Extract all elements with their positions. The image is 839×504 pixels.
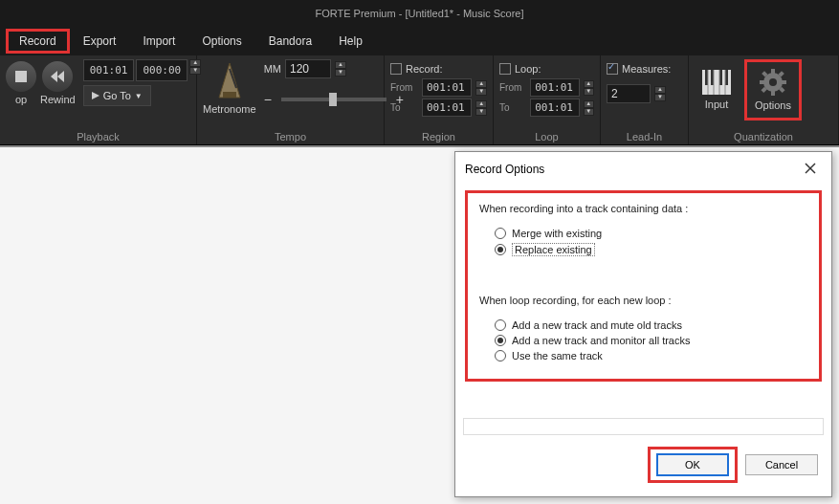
measures-checkbox[interactable]: [607, 63, 618, 75]
radio-replace-label: Replace existing: [512, 243, 595, 256]
loop-to-label: To: [499, 102, 526, 113]
metronome-icon: [215, 61, 244, 99]
radio-replace[interactable]: [495, 244, 506, 255]
radio-merge-label: Merge with existing: [512, 228, 602, 239]
menu-help[interactable]: Help: [325, 29, 376, 54]
svg-rect-0: [15, 71, 27, 82]
loop-from-spin[interactable]: ▲▼: [584, 80, 594, 96]
metronome-label: Metronome: [203, 103, 256, 115]
group-loop: Loop: From 001:01 ▲▼ To 001:01 ▲▼ Loop: [494, 55, 601, 144]
svg-rect-20: [760, 80, 765, 84]
menu-bandora[interactable]: Bandora: [255, 29, 325, 54]
region-to-label: To: [390, 102, 418, 113]
region-from-input[interactable]: 001:01: [422, 78, 472, 97]
loop-to-spin[interactable]: ▲▼: [584, 100, 594, 116]
group-tempo: Metronome MM ▲▼ − + Tempo: [197, 55, 385, 144]
record-checkbox-label: Record:: [406, 63, 443, 75]
ok-highlight: OK: [648, 447, 738, 483]
tempo-minus[interactable]: −: [264, 92, 272, 107]
radio-add-mute[interactable]: [495, 319, 506, 331]
group2-label: When loop recording, for each new loop :: [479, 295, 807, 306]
tempo-spinner[interactable]: ▲▼: [335, 61, 346, 77]
time-display-1: 001:01: [83, 59, 135, 81]
region-from-label: From: [390, 82, 418, 93]
goto-label: Go To: [103, 90, 131, 101]
cancel-button[interactable]: Cancel: [745, 454, 818, 475]
stop-icon: [15, 71, 27, 82]
metronome-button[interactable]: [210, 59, 249, 101]
menu-import[interactable]: Import: [129, 29, 188, 54]
gear-icon: [760, 69, 786, 96]
menu-options[interactable]: Options: [188, 29, 254, 54]
group-leadin-label: Lead-In: [607, 129, 682, 142]
goto-button[interactable]: Go To ▼: [83, 85, 151, 106]
time-display-2: 000:00: [136, 59, 188, 81]
mm-label: MM: [264, 63, 281, 75]
loop-checkbox[interactable]: [499, 63, 511, 75]
loop-from-label: From: [499, 82, 526, 93]
menu-export[interactable]: Export: [70, 29, 130, 54]
radio-add-mute-label: Add a new track and mute old tracks: [512, 319, 682, 331]
region-from-spin[interactable]: ▲▼: [475, 80, 487, 96]
region-to-spin[interactable]: ▲▼: [475, 100, 487, 116]
menu-bar: Record Export Import Options Bandora Hel…: [0, 27, 839, 55]
svg-marker-3: [92, 92, 99, 99]
radio-same-track[interactable]: [495, 350, 506, 362]
close-button[interactable]: [799, 160, 822, 179]
dialog-options-group: When recording into a track containing d…: [465, 190, 822, 382]
rewind-icon: [51, 71, 64, 82]
stop-label: op: [15, 94, 27, 105]
play-icon: [92, 92, 99, 99]
options-button[interactable]: Options: [744, 59, 802, 121]
loop-checkbox-label: Loop:: [515, 63, 541, 75]
tempo-slider[interactable]: [281, 98, 386, 101]
chevron-down-icon: ▼: [135, 92, 143, 100]
svg-rect-19: [771, 90, 775, 96]
group-loop-label: Loop: [499, 129, 594, 142]
radio-add-monitor[interactable]: [495, 335, 506, 346]
group1-label: When recording into a track containing d…: [479, 203, 807, 214]
group-leadin: Measures: ▲▼ Lead-In: [601, 55, 689, 144]
svg-marker-2: [57, 71, 64, 82]
rewind-label: Rewind: [40, 94, 76, 105]
piano-icon: [702, 70, 731, 95]
dialog-title: Record Options: [465, 163, 544, 176]
svg-rect-21: [781, 80, 786, 84]
menu-record[interactable]: Record: [6, 29, 70, 54]
loop-to-input[interactable]: 001:01: [530, 99, 579, 117]
dialog-titlebar: Record Options: [455, 152, 831, 186]
radio-add-monitor-label: Add a new track and monitor all tracks: [512, 335, 690, 346]
measures-label: Measures:: [622, 63, 671, 75]
svg-rect-6: [223, 92, 236, 98]
svg-rect-18: [771, 69, 775, 75]
measures-spin[interactable]: ▲▼: [654, 86, 666, 101]
measures-input[interactable]: [607, 84, 651, 103]
group-quant-label: Quantization: [695, 129, 832, 142]
region-to-input[interactable]: 001:01: [422, 99, 472, 117]
group-region-label: Region: [390, 129, 487, 142]
dialog-separator: [463, 418, 824, 435]
record-options-dialog: Record Options When recording into a tra…: [454, 151, 832, 497]
input-button[interactable]: Input: [695, 59, 739, 121]
radio-merge[interactable]: [495, 228, 506, 239]
group-playback: op Rewind 001:01 000:00 ▲▼ Go To ▼: [0, 55, 197, 144]
ok-button[interactable]: OK: [656, 453, 729, 476]
svg-marker-1: [51, 71, 57, 82]
loop-from-input[interactable]: 001:01: [530, 78, 579, 97]
app-title: FORTE Premium - [Untitled1* - Music Scor…: [315, 8, 523, 19]
svg-point-17: [769, 78, 777, 86]
record-checkbox[interactable]: [390, 63, 402, 75]
group-quantization: Input Options Quantization: [689, 55, 839, 144]
input-label: Input: [705, 99, 728, 110]
radio-same-track-label: Use the same track: [512, 350, 603, 362]
group-region: Record: From 001:01 ▲▼ To 001:01 ▲▼ Regi…: [385, 55, 494, 144]
group-tempo-label: Tempo: [203, 129, 378, 142]
ribbon: op Rewind 001:01 000:00 ▲▼ Go To ▼: [0, 55, 839, 145]
title-bar: FORTE Premium - [Untitled1* - Music Scor…: [0, 0, 839, 27]
rewind-button[interactable]: [42, 61, 73, 92]
stop-button[interactable]: [6, 61, 36, 92]
group-playback-label: Playback: [6, 129, 190, 142]
tempo-input[interactable]: [285, 59, 331, 78]
close-icon: [805, 163, 816, 174]
options-label: Options: [755, 99, 791, 111]
